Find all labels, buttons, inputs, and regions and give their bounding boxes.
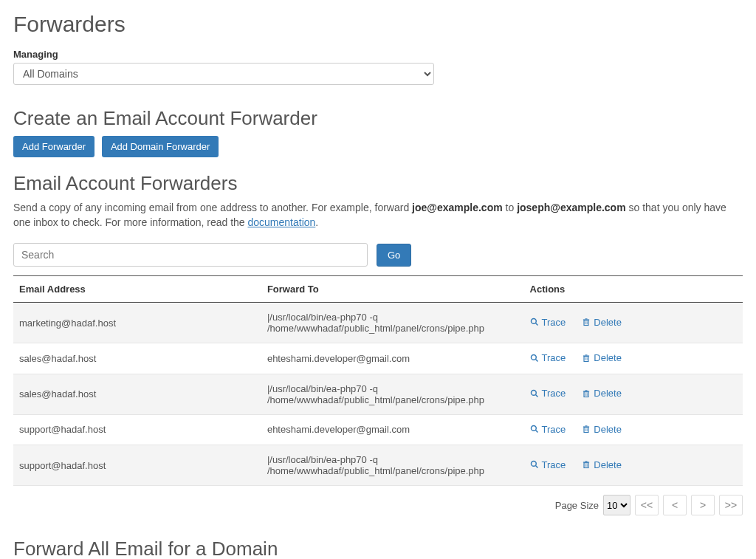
pager-first-button[interactable]: <<	[635, 495, 659, 515]
search-input[interactable]	[13, 243, 368, 267]
pager-next-button[interactable]: >	[691, 495, 715, 515]
trace-action[interactable]: Trace	[530, 317, 566, 328]
th-actions: Actions	[524, 276, 743, 303]
pager-last-button[interactable]: >>	[719, 495, 743, 515]
cell-email: sales@hadaf.host	[13, 343, 261, 374]
table-row: support@hadaf.host|/usr/local/bin/ea-php…	[13, 445, 743, 486]
table-row: sales@hadaf.hostehteshami.developer@gmai…	[13, 343, 743, 374]
delete-action[interactable]: Delete	[582, 459, 622, 470]
cell-email: support@hadaf.host	[13, 414, 261, 445]
create-forwarder-title: Create an Email Account Forwarder	[13, 107, 743, 130]
cell-forward-to: ehteshami.developer@gmail.com	[261, 414, 524, 445]
pagination: Page Size 10 << < > >>	[13, 495, 743, 515]
page-size-select[interactable]: 10	[603, 495, 630, 515]
cell-actions: TraceDelete	[524, 414, 743, 445]
add-forwarder-button[interactable]: Add Forwarder	[13, 136, 94, 157]
table-row: sales@hadaf.host|/usr/local/bin/ea-php70…	[13, 374, 743, 414]
magnifier-icon	[530, 389, 539, 398]
th-forward-to: Forward To	[261, 276, 524, 303]
trash-icon	[582, 425, 591, 433]
page-title: Forwarders	[13, 12, 743, 37]
email-forwarders-description: Send a copy of any incoming email from o…	[13, 201, 743, 230]
magnifier-icon	[530, 318, 539, 326]
cell-forward-to: |/usr/local/bin/ea-php70 -q /home/wwwhad…	[261, 303, 524, 343]
add-domain-forwarder-button[interactable]: Add Domain Forwarder	[102, 136, 219, 157]
documentation-link[interactable]: documentation	[248, 216, 316, 228]
managing-select[interactable]: All Domains	[13, 63, 434, 85]
delete-action[interactable]: Delete	[582, 317, 622, 328]
domain-forward-title: Forward All Email for a Domain	[13, 538, 743, 559]
magnifier-icon	[530, 460, 539, 469]
table-row: support@hadaf.hostehteshami.developer@gm…	[13, 414, 743, 445]
trash-icon	[582, 460, 591, 469]
trace-action[interactable]: Trace	[530, 424, 566, 435]
forwarders-table: Email Address Forward To Actions marketi…	[13, 275, 743, 486]
cell-forward-to: |/usr/local/bin/ea-php70 -q /home/wwwhad…	[261, 374, 524, 414]
cell-actions: TraceDelete	[524, 445, 743, 486]
cell-email: marketing@hadaf.host	[13, 303, 261, 343]
cell-email: sales@hadaf.host	[13, 374, 261, 414]
delete-action[interactable]: Delete	[582, 424, 622, 435]
delete-action[interactable]: Delete	[582, 388, 622, 399]
trace-action[interactable]: Trace	[530, 388, 566, 399]
delete-action[interactable]: Delete	[582, 352, 622, 363]
managing-label: Managing	[13, 49, 743, 60]
table-row: marketing@hadaf.host|/usr/local/bin/ea-p…	[13, 303, 743, 343]
magnifier-icon	[530, 354, 539, 363]
cell-actions: TraceDelete	[524, 303, 743, 343]
cell-email: support@hadaf.host	[13, 445, 261, 486]
trash-icon	[582, 389, 591, 398]
email-forwarders-title: Email Account Forwarders	[13, 172, 743, 195]
cell-actions: TraceDelete	[524, 343, 743, 374]
page-size-label: Page Size	[555, 500, 599, 511]
trace-action[interactable]: Trace	[530, 352, 566, 363]
magnifier-icon	[530, 425, 539, 433]
trace-action[interactable]: Trace	[530, 459, 566, 470]
search-go-button[interactable]: Go	[377, 244, 411, 267]
cell-actions: TraceDelete	[524, 374, 743, 414]
trash-icon	[582, 318, 591, 326]
trash-icon	[582, 354, 591, 363]
cell-forward-to: ehteshami.developer@gmail.com	[261, 343, 524, 374]
pager-prev-button[interactable]: <	[663, 495, 687, 515]
cell-forward-to: |/usr/local/bin/ea-php70 -q /home/wwwhad…	[261, 445, 524, 486]
th-email: Email Address	[13, 276, 261, 303]
